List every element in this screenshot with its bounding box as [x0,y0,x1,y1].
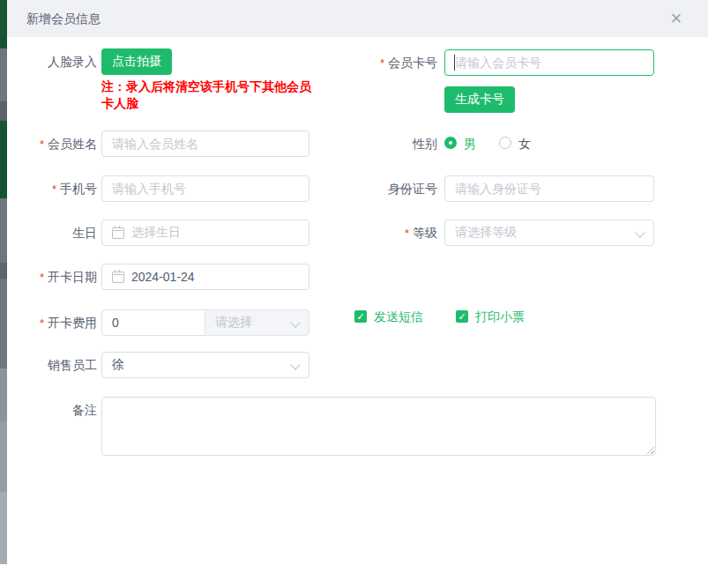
level-label: *等级 [335,220,437,246]
chevron-down-icon [635,227,645,237]
birthday-date-picker[interactable]: 选择生日 [101,220,309,246]
card-number-label-text: 会员卡号 [388,56,437,70]
sales-employee-label-text: 销售员工 [48,358,97,372]
sales-employee-value: 徐 [112,357,124,373]
generate-card-number-button-label: 生成卡号 [455,92,504,108]
level-select[interactable]: 请选择等级 [444,220,654,246]
gender-radio-male[interactable] [444,137,457,149]
required-asterisk: * [40,138,44,151]
open-date-value: 2024-01-24 [131,270,195,284]
required-asterisk: * [380,56,384,70]
gender-label-text: 性别 [413,137,437,151]
birthday-label-text: 生日 [72,226,97,240]
level-placeholder: 请选择等级 [455,225,517,241]
chevron-down-icon [290,317,300,327]
id-number-label-text: 身份证号 [388,182,437,196]
member-name-label-text: 会员姓名 [48,137,97,151]
open-date-label-text: 开卡日期 [48,270,97,284]
print-receipt-checkbox[interactable]: ✓ [456,310,468,323]
gender-label: 性别 [335,130,437,157]
fee-input[interactable] [101,309,205,336]
gender-radio-female[interactable] [499,137,511,149]
dialog-header: 新增会员信息 × [7,0,708,37]
text-caret [454,55,455,71]
card-number-input[interactable] [444,49,654,76]
member-name-input[interactable] [101,130,309,157]
remark-textarea[interactable] [101,397,656,456]
fee-label-text: 开卡费用 [48,316,97,330]
member-name-label: *会员姓名 [0,130,97,157]
calendar-icon [112,227,124,239]
face-entry-note: 注：录入后将清空该手机号下其他会员卡人脸 [101,78,313,112]
sales-employee-select[interactable]: 徐 [101,352,309,378]
face-entry-label: 人脸录入 [0,48,97,75]
remark-label-text: 备注 [72,403,97,417]
fee-unit-select[interactable]: 请选择 [205,309,309,336]
generate-card-number-button[interactable]: 生成卡号 [444,86,515,113]
dialog-title: 新增会员信息 [26,0,101,37]
send-sms-checkbox-label[interactable]: 发送短信 [374,309,423,324]
send-sms-checkbox[interactable]: ✓ [354,310,367,323]
fee-unit-placeholder: 请选择 [215,315,252,331]
required-asterisk: * [52,182,56,196]
fee-label: *开卡费用 [0,309,97,336]
check-icon: ✓ [458,311,466,322]
phone-label-text: 手机号 [60,182,97,196]
id-number-input[interactable] [444,175,654,202]
open-date-picker[interactable]: 2024-01-24 [101,264,309,290]
open-date-label: *开卡日期 [0,264,97,290]
gender-radio-male-label[interactable]: 男 [464,137,476,151]
required-asterisk: * [405,227,409,240]
background-page-edge [0,0,7,588]
calendar-icon [112,272,124,283]
sales-employee-label: 销售员工 [0,352,97,378]
capture-face-button-label: 点击拍摄 [112,54,161,70]
phone-label: *手机号 [0,175,97,202]
birthday-label: 生日 [0,220,97,246]
level-label-text: 等级 [413,226,437,240]
birthday-placeholder: 选择生日 [131,225,181,241]
card-number-label: *会员卡号 [335,49,437,76]
capture-face-button[interactable]: 点击拍摄 [101,48,172,75]
phone-input[interactable] [101,175,309,202]
required-asterisk: * [40,271,44,284]
id-number-label: 身份证号 [335,175,437,202]
remark-label: 备注 [0,397,97,423]
face-entry-label-text: 人脸录入 [48,55,97,69]
gender-radio-female-label[interactable]: 女 [518,137,531,151]
print-receipt-checkbox-label[interactable]: 打印小票 [475,309,525,324]
required-asterisk: * [40,316,44,330]
check-icon: ✓ [356,311,364,322]
chevron-down-icon [290,360,300,369]
close-icon[interactable]: × [664,7,689,32]
